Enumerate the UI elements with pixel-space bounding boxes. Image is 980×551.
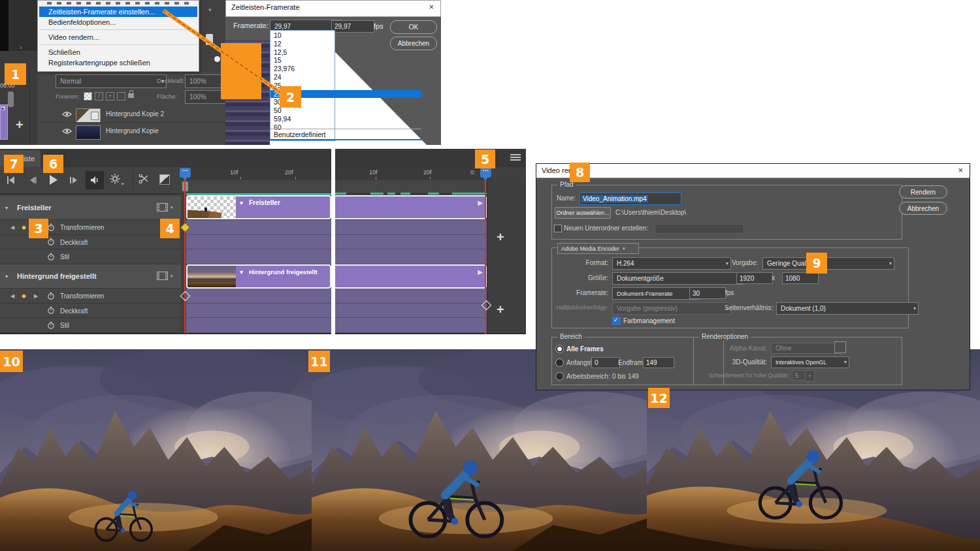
- property-row-opacity[interactable]: Deckkraft: [0, 235, 181, 249]
- option[interactable]: 12,5: [270, 48, 422, 57]
- layer-row[interactable]: Hintergrund Kopie: [37, 123, 225, 139]
- option[interactable]: 15: [270, 56, 422, 65]
- work-area-radio[interactable]: [555, 372, 564, 381]
- transition-icon[interactable]: [159, 174, 170, 185]
- menu-item-close-tab-group[interactable]: Registerkartengruppe schließen: [38, 57, 199, 68]
- layer-row[interactable]: Hintergrund Kopie 2: [37, 106, 225, 122]
- stopwatch-icon[interactable]: [47, 321, 55, 329]
- clip-chevron-icon[interactable]: ▾: [240, 199, 243, 206]
- next-frame-icon[interactable]: [69, 176, 78, 184]
- start-frame-field[interactable]: 0: [591, 357, 620, 368]
- add-media-button[interactable]: +: [16, 118, 24, 133]
- all-frames-radio[interactable]: [555, 345, 564, 353]
- lock-transparency-icon[interactable]: [84, 92, 92, 101]
- menu-item-close[interactable]: Schließen: [38, 47, 199, 57]
- encoder-select[interactable]: Adobe Media Encoder ▾: [557, 243, 639, 254]
- lock-position-icon[interactable]: +: [106, 92, 114, 101]
- gear-icon[interactable]: [110, 174, 120, 184]
- eye-icon[interactable]: [62, 111, 72, 118]
- menu-item-panel-options[interactable]: Bedienfeldoptionen...: [38, 17, 199, 27]
- clip-freisteller[interactable]: ▾ Freisteller: [186, 195, 331, 219]
- height-field[interactable]: 1080: [782, 272, 819, 284]
- stopwatch-icon[interactable]: [47, 238, 55, 245]
- property-row-style[interactable]: Stil: [0, 318, 181, 333]
- prev-keyframe-icon[interactable]: ◀: [10, 225, 14, 230]
- stopwatch-icon[interactable]: [47, 306, 55, 314]
- close-icon[interactable]: ×: [958, 165, 963, 175]
- keyframe-diamond-icon[interactable]: ◆: [22, 292, 26, 299]
- scissors-icon[interactable]: [139, 174, 149, 183]
- option[interactable]: 10: [270, 31, 422, 40]
- add-media-button[interactable]: +: [497, 302, 504, 317]
- option-custom[interactable]: Benutzerdefiniert: [274, 131, 325, 138]
- lock-all-icon[interactable]: [128, 93, 134, 98]
- option[interactable]: 50: [270, 106, 422, 115]
- fps-field[interactable]: 30: [689, 287, 726, 299]
- end-frame-field[interactable]: 149: [643, 357, 674, 368]
- playhead[interactable]: [480, 168, 491, 178]
- cancel-button[interactable]: Abbrechen: [899, 202, 947, 215]
- keyframe-diamond-icon[interactable]: ◆: [22, 224, 26, 230]
- add-media-button[interactable]: +: [497, 230, 504, 245]
- collapse-chevron-icon[interactable]: ▾: [5, 205, 8, 211]
- gear-menu-arrow-icon[interactable]: ▾: [122, 181, 124, 187]
- option[interactable]: 59,94: [270, 115, 422, 123]
- stopwatch-icon[interactable]: [47, 253, 55, 260]
- slider-knob[interactable]: [206, 34, 213, 45]
- format-select[interactable]: H.264: [612, 257, 731, 270]
- chevron-down-icon[interactable]: ▾: [208, 7, 212, 13]
- close-icon[interactable]: ×: [429, 2, 434, 12]
- blend-mode-select[interactable]: Normal: [56, 74, 167, 88]
- lock-pixels-icon[interactable]: /: [95, 92, 103, 101]
- scrollbar-handle[interactable]: [8, 91, 14, 107]
- clip-hintergrund[interactable]: ▾ Hintergrund freigestellt: [186, 264, 331, 289]
- property-row-transform[interactable]: ◀ ◆ Transformieren: [0, 220, 181, 235]
- previous-frame-icon[interactable]: [27, 176, 37, 184]
- toggle-dot[interactable]: [214, 56, 220, 62]
- go-to-start-icon[interactable]: [7, 176, 16, 184]
- aspect-select[interactable]: Dokument (1,0): [776, 302, 919, 315]
- clip-play-icon[interactable]: ▶: [478, 199, 483, 206]
- collapse-chevron-icon[interactable]: ▾: [5, 274, 8, 279]
- playhead-line[interactable]: [184, 179, 186, 333]
- quality3d-select[interactable]: Interaktives OpenGL: [771, 356, 849, 368]
- clip-hintergrund-end[interactable]: ▶: [335, 264, 487, 289]
- clip-play-icon[interactable]: ▶: [478, 268, 483, 276]
- option[interactable]: 23,976: [270, 65, 422, 73]
- track-group-header[interactable]: ▾ Hintergrund freigestellt ▾: [0, 264, 181, 289]
- width-field[interactable]: 1920: [736, 272, 773, 284]
- clip-freisteller-end[interactable]: ▶: [335, 195, 487, 219]
- playhead-line[interactable]: [485, 179, 486, 334]
- next-keyframe-icon[interactable]: ▶: [34, 293, 38, 299]
- property-row-opacity[interactable]: Deckkraft: [0, 304, 181, 318]
- render-button[interactable]: Rendern: [899, 185, 947, 198]
- choose-folder-button[interactable]: Ordner auswählen...: [555, 207, 611, 219]
- filename-input[interactable]: Video_Animation.mp4: [580, 193, 681, 205]
- expand-chevron-icon[interactable]: ›: [20, 43, 22, 51]
- filmstrip-icon[interactable]: [157, 272, 168, 280]
- timeline-ruler[interactable]: 10f 20f 0:: [335, 167, 492, 181]
- property-row-transform[interactable]: ◀ ◆ ▶ Transformieren: [0, 289, 181, 304]
- menu-item-render-video[interactable]: Video rendern...: [38, 32, 199, 42]
- prev-keyframe-icon[interactable]: ◀: [10, 293, 14, 299]
- track-group-header[interactable]: ▾ Freisteller ▾: [0, 196, 181, 220]
- lock-artboard-icon[interactable]: [117, 92, 125, 101]
- size-select[interactable]: Dokumentgröße: [612, 272, 744, 285]
- preset-select[interactable]: Geringe Qualität: [762, 257, 894, 270]
- timeline-ruler[interactable]: 10f 20f: [181, 167, 331, 181]
- color-management-checkbox[interactable]: [612, 317, 621, 325]
- track-menu-arrow-icon[interactable]: ▾: [171, 205, 173, 210]
- play-icon[interactable]: [48, 175, 58, 185]
- option[interactable]: 12: [270, 40, 422, 48]
- panel-menu-icon[interactable]: [510, 154, 521, 163]
- clip-chevron-icon[interactable]: ▾: [240, 268, 243, 276]
- option[interactable]: 24: [270, 73, 422, 82]
- subfolder-checkbox[interactable]: [554, 225, 562, 232]
- eye-icon[interactable]: [62, 128, 72, 134]
- playhead[interactable]: [180, 168, 191, 178]
- start-frame-radio[interactable]: [555, 358, 564, 367]
- track-menu-arrow-icon[interactable]: ▾: [171, 274, 173, 279]
- menu-item-timeline-framerate[interactable]: Zeitleisten-Framerate einstellen...: [39, 7, 197, 17]
- property-row-style[interactable]: Stil: [0, 249, 181, 264]
- clip-sliver[interactable]: ▶: [0, 104, 8, 140]
